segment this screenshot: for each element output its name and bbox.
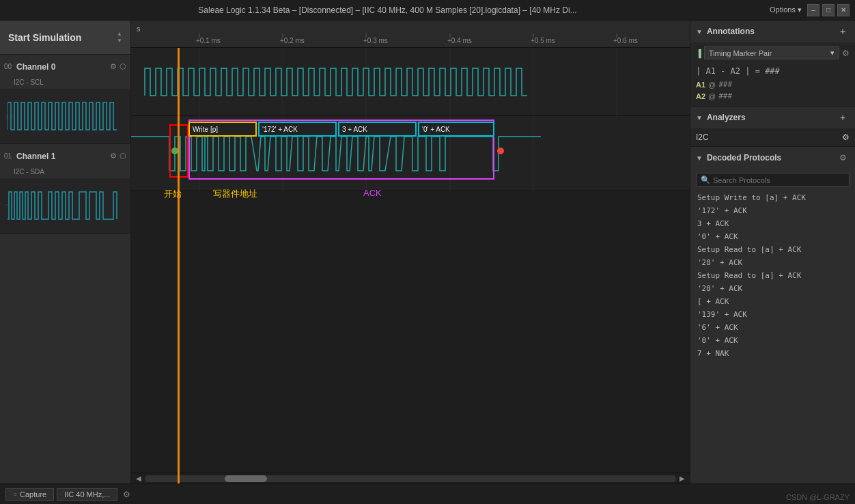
annotations-section: ▼ Annotations + ▐ Timing Marker Pair ▾ ⚙… xyxy=(690,20,855,107)
protocol-item-4[interactable]: Setup Read to [a] + ACK xyxy=(693,243,852,256)
decoded-protocols-content: 🔍 Setup Write to [a] + ACK'172' + ACK3 +… xyxy=(690,169,855,484)
end-marker-dot xyxy=(497,148,504,154)
protocol-item-1[interactable]: '172' + ACK xyxy=(693,204,852,217)
scroll-thumb[interactable] xyxy=(225,475,267,482)
iic-tab-label: IIC 40 MHz,... xyxy=(64,490,110,499)
channel-1-header: 01 Channel 1 ⚙ ⬡ xyxy=(0,144,130,168)
protocol-item-2[interactable]: 3 + ACK xyxy=(693,217,852,230)
a1-at-symbol: @ xyxy=(708,81,716,89)
channel-1-gear-icon[interactable]: ⚙ xyxy=(110,152,117,160)
timeline-ticks xyxy=(131,33,677,47)
timing-marker-row: ▐ Timing Marker Pair ▾ ⚙ xyxy=(696,46,850,59)
scroll-left-arrow[interactable]: ◀ xyxy=(134,475,143,482)
annotations-add-button[interactable]: + xyxy=(836,25,850,38)
write-label: Write [p] xyxy=(193,126,218,133)
annotations-header[interactable]: ▼ Annotations + xyxy=(690,20,855,42)
channel-1-svg xyxy=(8,185,124,226)
annotations-title: Annotations xyxy=(707,27,836,36)
capture-label: Capture xyxy=(20,490,46,499)
title-text: Saleae Logic 1.1.34 Beta – [Disconnected… xyxy=(5,5,770,15)
protocol-item-6[interactable]: Setup Read to [a] + ACK xyxy=(693,269,852,282)
channel-1-sublabel: I2C - SDA xyxy=(0,168,130,178)
analyzers-title: Analyzers xyxy=(707,113,836,122)
a2-value: ### xyxy=(718,92,732,100)
channel-0-row: 00 Channel 0 ⚙ ⬡ I2C - SCL ⋮⋮ xyxy=(0,55,130,144)
ack3-label: '0' + ACK xyxy=(422,126,450,133)
ch1-waveform-area: Write [p] '172' + ACK 3 + ACK '0' + ACK xyxy=(131,116,690,191)
search-box[interactable]: 🔍 xyxy=(696,173,850,187)
analyzers-triangle-icon: ▼ xyxy=(696,114,703,122)
annotations-triangle-icon: ▼ xyxy=(696,28,703,36)
decoded-protocols-gear-icon[interactable]: ⚙ xyxy=(836,151,850,165)
ch0-waveform-area xyxy=(131,48,690,116)
annotation-box-write: Write [p] xyxy=(188,122,257,137)
a1-marker-id: A1 xyxy=(696,81,705,89)
left-panel: Start Simulation ▲ ▼ 00 Channel 0 ⚙ ⬡ I2… xyxy=(0,20,131,484)
annotations-content: ▐ Timing Marker Pair ▾ ⚙ | A1 - A2 | = #… xyxy=(690,42,855,106)
analyzers-add-button[interactable]: + xyxy=(836,111,850,124)
statusbar-gear-icon[interactable]: ⚙ xyxy=(123,490,130,499)
maximize-button[interactable]: □ xyxy=(822,4,835,16)
ch0-waveform-svg xyxy=(131,48,677,116)
watermark-text: CSDN @L-GRAZY xyxy=(786,493,850,501)
addr-annotation: 写器件地址 xyxy=(213,188,257,200)
analyzers-content: I2C ⚙ xyxy=(690,128,855,146)
waveform-area[interactable]: Write [p] '172' + ACK 3 + ACK '0' + ACK xyxy=(131,48,690,484)
channel-0-name: Channel 0 xyxy=(16,62,107,72)
options-button[interactable]: Options ▾ xyxy=(770,5,802,14)
channel-0-svg xyxy=(8,96,124,137)
channel-0-expand-icon[interactable]: ⬡ xyxy=(120,62,126,71)
protocol-item-3[interactable]: '0' + ACK xyxy=(693,230,852,243)
start-simulation-button[interactable]: Start Simulation ▲ ▼ xyxy=(0,20,130,55)
center-panel: s +0.1 ms +0.2 ms +0.3 ms +0.4 ms +0.5 m… xyxy=(131,20,690,484)
marker-line xyxy=(178,48,180,484)
ack-annotation: ACK xyxy=(363,188,382,198)
main-layout: Start Simulation ▲ ▼ 00 Channel 0 ⚙ ⬡ I2… xyxy=(0,20,855,484)
scroll-right-arrow[interactable]: ▶ xyxy=(677,475,687,482)
search-input[interactable] xyxy=(713,176,845,184)
analyzers-section: ▼ Analyzers + I2C ⚙ xyxy=(690,107,855,147)
timing-marker-dropdown[interactable]: Timing Marker Pair ▾ xyxy=(704,46,839,59)
minimize-button[interactable]: – xyxy=(807,4,819,16)
decoded-protocols-header[interactable]: ▼ Decoded Protocols ⚙ xyxy=(690,147,855,169)
a1-value: ### xyxy=(718,80,732,89)
channel-0-handle-icon: ⋮⋮ xyxy=(4,113,15,120)
channel-1-name: Channel 1 xyxy=(16,152,107,161)
channel-0-gear-icon[interactable]: ⚙ xyxy=(110,62,117,71)
channel-0-num: 00 xyxy=(4,63,14,70)
scroll-track[interactable] xyxy=(145,475,676,482)
timing-gear-icon[interactable]: ⚙ xyxy=(842,48,850,58)
protocol-item-11[interactable]: '0' + ACK xyxy=(693,334,852,347)
close-button[interactable]: ✕ xyxy=(837,4,850,16)
protocol-item-7[interactable]: '28' + ACK xyxy=(693,282,852,295)
a2-at-symbol: @ xyxy=(708,92,716,100)
search-icon: 🔍 xyxy=(701,176,710,184)
timeline: s +0.1 ms +0.2 ms +0.3 ms +0.4 ms +0.5 m… xyxy=(131,20,690,48)
timeline-s-label: s xyxy=(137,25,141,33)
a1-line: A1 @ ### xyxy=(696,79,850,90)
protocol-item-9[interactable]: '139' + ACK xyxy=(693,308,852,321)
ack1-label: '172' + ACK xyxy=(262,126,298,133)
analyzer-i2c-label: I2C xyxy=(696,132,709,142)
scroll-arrows-icon: ▲ ▼ xyxy=(117,31,122,44)
iic-tab[interactable]: IIC 40 MHz,... xyxy=(57,488,117,501)
a2-line: A2 @ ### xyxy=(696,90,850,102)
channel-1-handle-icon: ⋮⋮ xyxy=(4,203,15,209)
channel-0-header: 00 Channel 0 ⚙ ⬡ xyxy=(0,55,130,79)
protocol-item-0[interactable]: Setup Write to [a] + ACK xyxy=(693,191,852,204)
channel-1-expand-icon[interactable]: ⬡ xyxy=(120,152,126,160)
protocol-item-5[interactable]: '28' + ACK xyxy=(693,256,852,269)
scrollbar-area[interactable]: ◀ ▶ xyxy=(131,473,690,484)
protocol-item-8[interactable]: [ + ACK xyxy=(693,295,852,308)
a2-marker-id: A2 xyxy=(696,92,705,100)
annotation-box-0: '0' + ACK xyxy=(418,122,494,137)
protocol-item-12[interactable]: 7 + NAK xyxy=(693,347,852,360)
analyzers-header[interactable]: ▼ Analyzers + xyxy=(690,107,855,128)
decoded-protocols-title: Decoded Protocols xyxy=(707,153,836,163)
statusbar: ○ Capture IIC 40 MHz,... ⚙ CSDN @L-GRAZY xyxy=(0,484,855,504)
protocol-item-10[interactable]: '6' + ACK xyxy=(693,321,852,334)
capture-tab[interactable]: ○ Capture xyxy=(5,488,54,501)
win-controls: – □ ✕ xyxy=(807,4,850,16)
channel-1-num: 01 xyxy=(4,152,14,160)
analyzer-i2c-gear-icon[interactable]: ⚙ xyxy=(842,132,850,142)
